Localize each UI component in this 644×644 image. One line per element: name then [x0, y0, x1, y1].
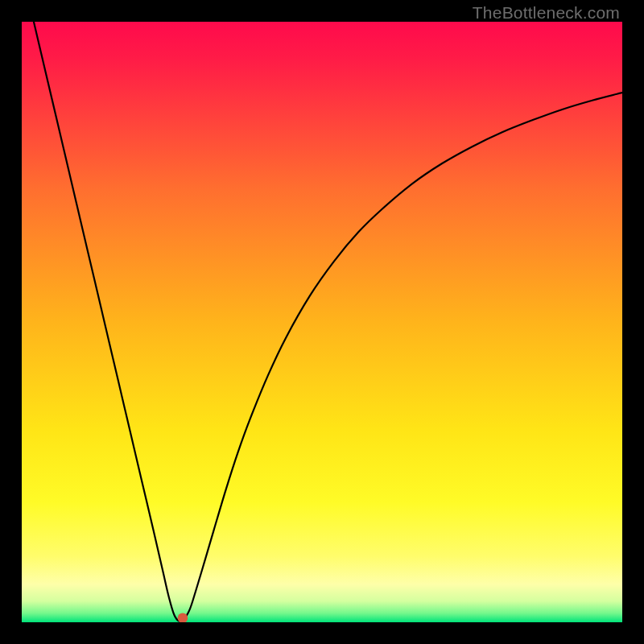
gradient-background: [22, 22, 622, 622]
chart-frame: [22, 22, 622, 622]
bottleneck-chart: [22, 22, 622, 622]
watermark-text: TheBottleneck.com: [473, 3, 620, 23]
